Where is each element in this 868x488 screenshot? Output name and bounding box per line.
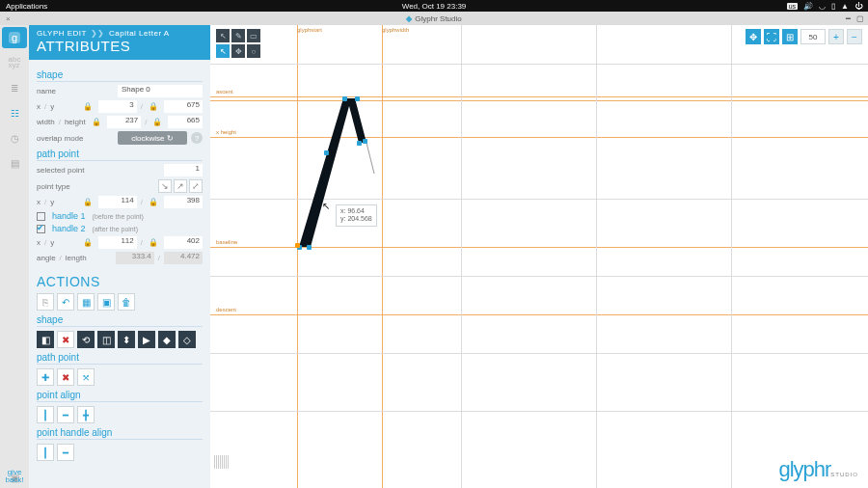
rail-layers-icon[interactable]: ≣ xyxy=(2,77,27,98)
align-center[interactable]: ╋ xyxy=(77,406,95,423)
tool-rect[interactable]: ▭ xyxy=(247,29,260,42)
shape-flip-h[interactable]: ◧ xyxy=(37,331,54,348)
zoom-in[interactable]: + xyxy=(828,29,844,44)
lock-py-icon[interactable]: 🔒 xyxy=(147,198,160,206)
tool-oval[interactable]: ○ xyxy=(247,44,260,58)
ascent-label: ascent xyxy=(216,89,233,95)
pp-delete[interactable]: ✖ xyxy=(57,368,74,386)
halign-1[interactable]: ┃ xyxy=(37,444,54,461)
lock-h2x-icon[interactable]: 🔒 xyxy=(81,238,95,247)
os-datetime: Wed, Oct 19 23:39 xyxy=(402,2,467,11)
lock-px-icon[interactable]: 🔒 xyxy=(81,198,95,206)
overlap-help-icon[interactable]: ? xyxy=(191,132,203,144)
rail-guides-icon[interactable]: ▤ xyxy=(2,152,27,174)
glyphstart-label: glyphstart xyxy=(297,27,322,33)
os-tray: us 🔊 ◡ ▯ ▲ ⏻ xyxy=(787,2,862,11)
shape-rotate[interactable]: ⟲ xyxy=(77,331,95,348)
handle-point-5[interactable] xyxy=(357,141,362,146)
window-minimize-button[interactable]: ━ xyxy=(846,14,854,22)
give-back-link[interactable]: give back! xyxy=(5,469,23,484)
tool-arrow[interactable]: ↖ xyxy=(216,29,230,42)
zoom-value[interactable]: 50 xyxy=(800,29,826,44)
shape-reverse[interactable]: ▶ xyxy=(138,331,155,348)
handle2-angle-input: 333.4 xyxy=(116,252,154,264)
zoom-out[interactable]: − xyxy=(847,29,862,44)
view-fit[interactable]: ⛶ xyxy=(764,29,779,44)
lock-h2y-icon[interactable]: 🔒 xyxy=(147,238,160,247)
align-v[interactable]: ┃ xyxy=(37,406,54,423)
pp-reset[interactable]: ⤧ xyxy=(77,368,95,386)
handle2-x-input[interactable]: 112 xyxy=(98,236,137,249)
os-apps-menu[interactable]: Applications xyxy=(6,2,47,11)
tool-pan[interactable]: ✥ xyxy=(231,44,245,58)
power-icon[interactable]: ⏻ xyxy=(854,2,862,11)
handle2-checkbox[interactable] xyxy=(37,225,45,233)
breadcrumb-root[interactable]: GLYPH EDIT xyxy=(37,29,87,38)
point-type-flat[interactable]: ↗ xyxy=(174,179,187,193)
cursor-tooltip: x: 96.64 y: 204.568 xyxy=(336,204,377,227)
glyphwidth-label: glyphwidth xyxy=(382,27,409,33)
descent-label: descent xyxy=(216,307,236,312)
selected-point-input[interactable]: 1 xyxy=(164,164,203,176)
rail-glyph-icon[interactable]: g xyxy=(2,27,27,48)
lock-x-icon[interactable]: 🔒 xyxy=(81,102,95,111)
point-type-symmetric[interactable]: ⤢ xyxy=(189,179,203,193)
handle1-note: (before the point) xyxy=(93,213,144,220)
keyboard-indicator[interactable]: us xyxy=(787,3,798,10)
point-type-corner[interactable]: ↘ xyxy=(158,179,172,193)
rail-chars-icon[interactable]: abcxyz xyxy=(2,52,27,73)
handle2-y-input[interactable]: 402 xyxy=(164,236,203,249)
lock-w-icon[interactable]: 🔒 xyxy=(90,118,103,126)
window-maximize-button[interactable]: ▢ xyxy=(856,14,864,22)
glyph-canvas[interactable]: ↖ ✎ ▭ ↖ ✥ ○ ✥ ⛶ ⊞ 50 + − xyxy=(210,25,868,488)
rail-history-icon[interactable]: ◷ xyxy=(2,127,27,149)
glyph-shape[interactable] xyxy=(297,96,393,260)
left-rail: g abcxyz ≣ ☷ ◷ ▤ ▣ give back! xyxy=(0,25,29,488)
handle-point-7[interactable] xyxy=(307,245,312,250)
view-100[interactable]: ⊞ xyxy=(782,29,798,44)
window-close-button[interactable]: × xyxy=(0,14,16,23)
handle-point-2[interactable] xyxy=(355,96,360,101)
action-delete[interactable]: 🗑 xyxy=(118,293,135,311)
action-undo[interactable]: ↶ xyxy=(57,293,74,311)
point-y-input[interactable]: 398 xyxy=(164,196,203,208)
lock-h-icon[interactable]: 🔒 xyxy=(150,118,164,126)
shape-y-input[interactable]: 675 xyxy=(164,100,203,113)
pp-add[interactable]: ✚ xyxy=(37,368,54,386)
handle-point-origin[interactable] xyxy=(295,243,300,248)
breadcrumb-sep: ❯❯ xyxy=(91,29,105,38)
shape-w-input[interactable]: 237 xyxy=(107,116,142,128)
wifi-icon[interactable]: ◡ xyxy=(819,2,826,11)
shape-h-input[interactable]: 665 xyxy=(168,116,203,128)
action-copy[interactable]: ⎘ xyxy=(37,293,54,311)
angle-label: angle xyxy=(37,254,56,262)
handle-point-1[interactable] xyxy=(342,96,347,101)
shape-x-input[interactable]: 3 xyxy=(98,100,137,113)
shape-mirror-h[interactable]: ◫ xyxy=(97,331,115,348)
rail-attributes-icon[interactable]: ☷ xyxy=(2,102,27,123)
overlap-mode-button[interactable]: clockwise ↻ xyxy=(118,131,187,145)
handle-point-4[interactable] xyxy=(363,139,367,144)
view-move[interactable]: ✥ xyxy=(746,29,761,44)
tool-pen[interactable]: ✎ xyxy=(231,29,245,42)
lock-y-icon[interactable]: 🔒 xyxy=(147,102,160,111)
tool-path-edit[interactable]: ↖ xyxy=(216,44,230,58)
shape-name-input[interactable]: Shape 0 xyxy=(118,85,203,97)
battery-icon[interactable]: ▯ xyxy=(831,2,835,11)
point-type-label: point type xyxy=(37,182,154,191)
action-new-oval[interactable]: ▣ xyxy=(97,293,115,311)
shape-mirror-v[interactable]: ⬍ xyxy=(118,331,135,348)
action-new-rect[interactable]: ▦ xyxy=(77,293,95,311)
halign-2[interactable]: ━ xyxy=(57,444,74,461)
handle1-checkbox[interactable] xyxy=(37,212,45,221)
shape-delete[interactable]: ✖ xyxy=(57,331,74,348)
volume-icon[interactable]: 🔊 xyxy=(803,2,813,11)
breadcrumb-glyph[interactable]: Capital Letter A xyxy=(109,29,170,38)
handle-point-3[interactable] xyxy=(324,150,329,155)
shape-combine[interactable]: ◆ xyxy=(158,331,176,348)
point-x-input[interactable]: 114 xyxy=(98,196,137,208)
shape-subtract[interactable]: ◇ xyxy=(178,331,196,348)
app-icon: ◆ xyxy=(406,14,412,23)
align-h[interactable]: ━ xyxy=(57,406,74,423)
bell-icon[interactable]: ▲ xyxy=(841,2,849,11)
